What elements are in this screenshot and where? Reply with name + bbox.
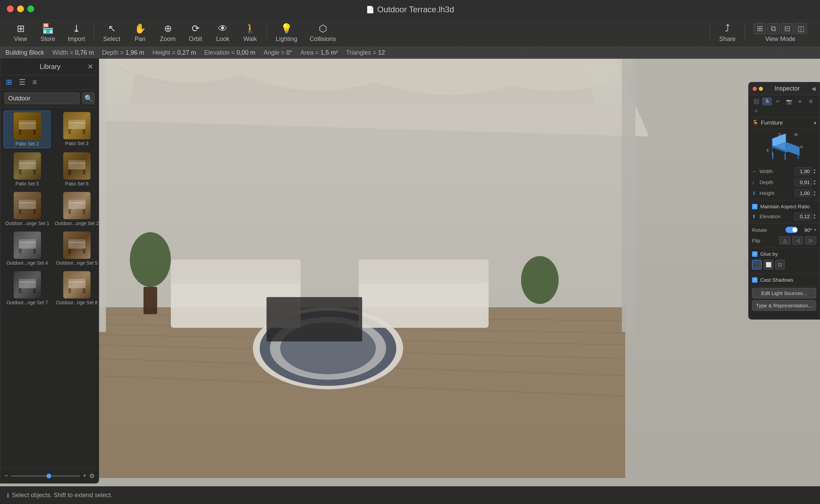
rotate-toggle[interactable] — [785, 227, 798, 233]
maximize-button[interactable] — [27, 5, 34, 12]
view-mode-btn-3[interactable]: ⊟ — [781, 23, 793, 34]
toolbar-select[interactable]: ↖ Select — [97, 21, 126, 45]
divider-4 — [749, 274, 820, 274]
minimize-button[interactable] — [17, 5, 24, 12]
view-mode-btn-1[interactable]: ⊞ — [754, 23, 766, 34]
rotate-dropdown-arrow[interactable]: ▾ — [814, 227, 816, 232]
elevation-increment[interactable]: ▲ — [813, 213, 816, 216]
toolbar-look[interactable]: 👁 Look — [209, 21, 236, 45]
view-mode-btn-4[interactable]: ◫ — [795, 23, 807, 34]
depth-stepper[interactable]: ▲ ▼ — [813, 179, 816, 186]
library-item-patio2[interactable]: Patio Set 2 — [4, 111, 51, 148]
library-item-lounge5[interactable]: Outdoor...nge Set 5 — [53, 230, 99, 267]
depth-icon: ↕ — [752, 180, 757, 185]
depth-input[interactable] — [794, 178, 812, 186]
library-zoom-in-button[interactable]: + — [83, 472, 86, 479]
toolbar-look-label: Look — [216, 36, 230, 43]
inspector-tab-settings[interactable]: ⚙ — [806, 97, 816, 106]
library-zoom-slider[interactable] — [11, 475, 80, 477]
library-settings-button[interactable]: ⚙ — [89, 472, 95, 480]
inspector-tab-sun[interactable]: ☀ — [795, 97, 805, 106]
library-item-patio3[interactable]: Patio Set 3 — [53, 111, 99, 148]
divider-1 — [749, 200, 820, 200]
library-category-select[interactable]: Outdoor — [4, 93, 80, 104]
flip-btn-right[interactable]: ▷ — [805, 236, 816, 244]
toolbar-view[interactable]: ⊞ View — [7, 21, 34, 45]
svg-point-22 — [130, 232, 171, 287]
edit-light-sources-button[interactable]: Edit Light Sources... — [752, 288, 816, 298]
type-representation-button[interactable]: Type & Representation... — [752, 300, 816, 311]
library-search-button[interactable]: 🔍 — [82, 93, 95, 104]
width-stepper[interactable]: ▲ ▼ — [813, 168, 816, 175]
library-item-lounge2[interactable]: Outdoor...unge Set 2 — [53, 191, 99, 227]
inspector-tab-camera[interactable]: 📷 — [784, 97, 794, 106]
toolbar-pan[interactable]: ✋ Pan — [126, 21, 154, 45]
inspector-tab-build[interactable]: ⬛ — [751, 97, 761, 106]
inspector-tab-more[interactable]: ≡ — [751, 107, 761, 115]
svg-rect-32 — [83, 129, 85, 134]
library-item-patio6[interactable]: Patio Set 6 — [53, 151, 99, 188]
width-decrement[interactable]: ▼ — [813, 171, 816, 175]
toolbar-right: ⤴ Share ⊞ ⧉ ⊟ ◫ View Mode — [707, 21, 813, 45]
glue-wall-btn[interactable]: ⬜ — [764, 260, 773, 269]
inspector-tab-furniture[interactable]: 🪑 — [762, 97, 772, 106]
main-viewport — [0, 0, 820, 504]
width-input[interactable] — [794, 167, 812, 175]
inspector-close[interactable] — [753, 87, 757, 91]
status-area: Area = 1,5 m² — [300, 49, 338, 56]
maintain-aspect-ratio-checkbox[interactable]: ✓ — [752, 204, 757, 209]
toolbar-viewmode[interactable]: ⊞ ⧉ ⊟ ◫ View Mode — [748, 21, 813, 45]
library-grid-view-btn[interactable]: ⊞ — [6, 78, 12, 87]
flip-btn-left[interactable]: ◁ — [792, 236, 803, 244]
library-item-label-lounge5: Outdoor...nge Set 5 — [55, 260, 99, 266]
depth-decrement[interactable]: ▼ — [813, 182, 816, 186]
height-input[interactable] — [794, 189, 812, 197]
svg-marker-88 — [786, 142, 800, 156]
toolbar-walk[interactable]: 🚶 Walk — [236, 21, 264, 45]
library-panel: Library ✕ ⊞ ☰ ≡ Outdoor 🔍 Patio Set 2 Pa… — [0, 58, 99, 484]
toolbar-lighting[interactable]: 💡 Lighting — [270, 21, 303, 45]
inspector-tab-paint[interactable]: ✏ — [773, 97, 783, 106]
depth-increment[interactable]: ▲ — [813, 179, 816, 182]
inspector-expand-btn[interactable]: ◀ — [811, 85, 816, 92]
height-stepper[interactable]: ▲ ▼ — [813, 190, 816, 197]
glue-ceiling-btn[interactable]: ⊡ — [775, 260, 785, 269]
toolbar-share[interactable]: ⤴ Share — [713, 21, 742, 45]
inspector-panel: Inspector ◀ ⬛ 🪑 ✏ 📷 ☀ ⚙ ≡ 🪑 Furniture ▾ — [748, 82, 820, 320]
view-mode-btn-2[interactable]: ⧉ — [767, 23, 780, 34]
glue-by-checkbox[interactable]: ✓ — [752, 251, 757, 257]
toolbar-import[interactable]: ⤓ Import — [62, 21, 91, 45]
toolbar-store-label: Store — [40, 36, 55, 43]
height-increment[interactable]: ▲ — [813, 190, 816, 193]
width-increment[interactable]: ▲ — [813, 168, 816, 171]
elevation-decrement[interactable]: ▼ — [813, 216, 816, 220]
bottom-status-bar: ℹ Select objects. Shift to extend select… — [0, 486, 820, 504]
inspector-minimize[interactable] — [759, 87, 763, 91]
toolbar-zoom[interactable]: ⊕ Zoom — [154, 21, 182, 45]
elevation-input[interactable] — [794, 212, 812, 220]
library-zoom-out-button[interactable]: − — [4, 472, 8, 479]
close-button[interactable] — [7, 5, 14, 12]
library-item-patio5[interactable]: Patio Set 5 — [4, 151, 51, 188]
rotate-row: Rotate 90° ▾ — [749, 225, 820, 235]
status-triangles: Triangles = 12 — [346, 49, 385, 56]
library-item-lounge1[interactable]: Outdoor...unge Set 1 — [4, 191, 51, 227]
library-category-view-btn[interactable]: ☰ — [19, 78, 26, 87]
library-item-lounge4[interactable]: Outdoor...nge Set 4 — [4, 230, 51, 267]
status-width: Width = 0,76 m — [52, 49, 94, 56]
toolbar-store[interactable]: 🏪 Store — [34, 21, 62, 45]
library-list-view-btn[interactable]: ≡ — [32, 78, 37, 87]
flip-btn-triangle[interactable]: △ — [779, 236, 790, 244]
library-item-lounge7[interactable]: Outdoor...nge Set 7 — [4, 270, 51, 307]
height-decrement[interactable]: ▼ — [813, 193, 816, 197]
toolbar-collisions[interactable]: ⬡ Collisions — [303, 21, 342, 45]
elevation-stepper[interactable]: ▲ ▼ — [813, 213, 816, 220]
glue-floor-btn[interactable]: ⬛ — [752, 260, 762, 269]
toolbar-view-label: View — [14, 36, 27, 43]
toolbar-orbit[interactable]: ⟳ Orbit — [182, 21, 209, 45]
library-item-lounge8[interactable]: Outdoor...nge Set 8 — [53, 270, 99, 307]
inspector-category-select[interactable]: Furniture — [761, 120, 812, 126]
cast-shadows-checkbox[interactable]: ✓ — [752, 277, 757, 283]
library-close-button[interactable]: ✕ — [87, 62, 93, 71]
rotate-toggle-thumb — [792, 227, 797, 232]
